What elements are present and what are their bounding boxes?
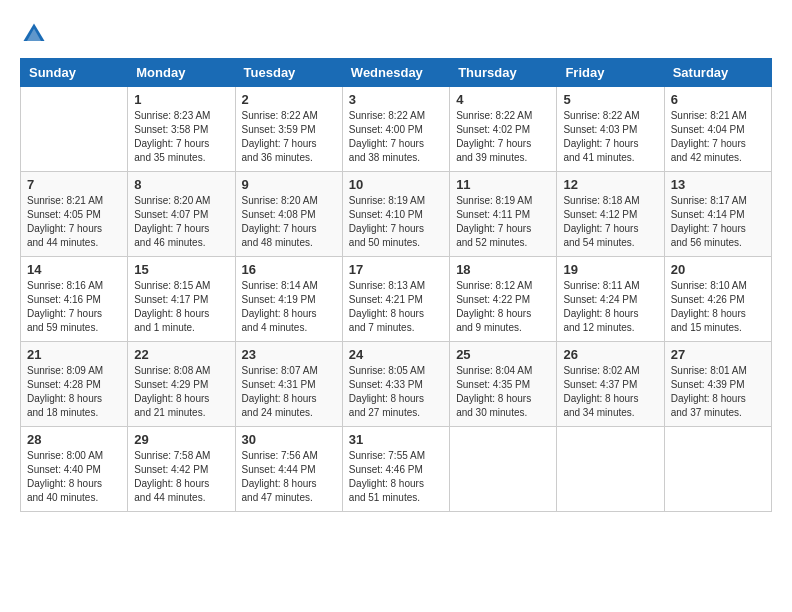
calendar-day-header: Thursday [450, 59, 557, 87]
calendar-cell: 30Sunrise: 7:56 AM Sunset: 4:44 PM Dayli… [235, 427, 342, 512]
calendar-cell: 20Sunrise: 8:10 AM Sunset: 4:26 PM Dayli… [664, 257, 771, 342]
day-number: 28 [27, 432, 121, 447]
calendar-cell [664, 427, 771, 512]
day-info: Sunrise: 8:20 AM Sunset: 4:07 PM Dayligh… [134, 194, 228, 250]
day-number: 29 [134, 432, 228, 447]
day-info: Sunrise: 8:07 AM Sunset: 4:31 PM Dayligh… [242, 364, 336, 420]
day-info: Sunrise: 8:22 AM Sunset: 3:59 PM Dayligh… [242, 109, 336, 165]
calendar-cell: 14Sunrise: 8:16 AM Sunset: 4:16 PM Dayli… [21, 257, 128, 342]
day-number: 18 [456, 262, 550, 277]
day-number: 25 [456, 347, 550, 362]
day-number: 17 [349, 262, 443, 277]
calendar-cell: 12Sunrise: 8:18 AM Sunset: 4:12 PM Dayli… [557, 172, 664, 257]
day-number: 1 [134, 92, 228, 107]
day-number: 21 [27, 347, 121, 362]
day-number: 26 [563, 347, 657, 362]
calendar-day-header: Sunday [21, 59, 128, 87]
calendar-cell: 16Sunrise: 8:14 AM Sunset: 4:19 PM Dayli… [235, 257, 342, 342]
calendar-week-row: 1Sunrise: 8:23 AM Sunset: 3:58 PM Daylig… [21, 87, 772, 172]
day-number: 4 [456, 92, 550, 107]
calendar-cell: 22Sunrise: 8:08 AM Sunset: 4:29 PM Dayli… [128, 342, 235, 427]
day-info: Sunrise: 8:18 AM Sunset: 4:12 PM Dayligh… [563, 194, 657, 250]
day-info: Sunrise: 8:01 AM Sunset: 4:39 PM Dayligh… [671, 364, 765, 420]
calendar-cell [21, 87, 128, 172]
day-number: 15 [134, 262, 228, 277]
day-info: Sunrise: 8:09 AM Sunset: 4:28 PM Dayligh… [27, 364, 121, 420]
page-header [20, 20, 772, 48]
day-number: 10 [349, 177, 443, 192]
day-number: 7 [27, 177, 121, 192]
day-info: Sunrise: 8:15 AM Sunset: 4:17 PM Dayligh… [134, 279, 228, 335]
calendar-cell: 26Sunrise: 8:02 AM Sunset: 4:37 PM Dayli… [557, 342, 664, 427]
calendar-cell: 2Sunrise: 8:22 AM Sunset: 3:59 PM Daylig… [235, 87, 342, 172]
day-info: Sunrise: 8:21 AM Sunset: 4:04 PM Dayligh… [671, 109, 765, 165]
logo [20, 20, 52, 48]
day-number: 3 [349, 92, 443, 107]
calendar-day-header: Tuesday [235, 59, 342, 87]
day-info: Sunrise: 8:05 AM Sunset: 4:33 PM Dayligh… [349, 364, 443, 420]
day-info: Sunrise: 8:02 AM Sunset: 4:37 PM Dayligh… [563, 364, 657, 420]
day-number: 12 [563, 177, 657, 192]
calendar-cell: 5Sunrise: 8:22 AM Sunset: 4:03 PM Daylig… [557, 87, 664, 172]
calendar-cell: 17Sunrise: 8:13 AM Sunset: 4:21 PM Dayli… [342, 257, 449, 342]
calendar-cell: 25Sunrise: 8:04 AM Sunset: 4:35 PM Dayli… [450, 342, 557, 427]
calendar-cell: 9Sunrise: 8:20 AM Sunset: 4:08 PM Daylig… [235, 172, 342, 257]
day-info: Sunrise: 8:19 AM Sunset: 4:10 PM Dayligh… [349, 194, 443, 250]
day-info: Sunrise: 8:11 AM Sunset: 4:24 PM Dayligh… [563, 279, 657, 335]
calendar-cell: 8Sunrise: 8:20 AM Sunset: 4:07 PM Daylig… [128, 172, 235, 257]
calendar-day-header: Friday [557, 59, 664, 87]
calendar-day-header: Monday [128, 59, 235, 87]
calendar-cell: 29Sunrise: 7:58 AM Sunset: 4:42 PM Dayli… [128, 427, 235, 512]
calendar-cell: 1Sunrise: 8:23 AM Sunset: 3:58 PM Daylig… [128, 87, 235, 172]
day-number: 20 [671, 262, 765, 277]
day-number: 23 [242, 347, 336, 362]
calendar-cell: 21Sunrise: 8:09 AM Sunset: 4:28 PM Dayli… [21, 342, 128, 427]
calendar-cell: 11Sunrise: 8:19 AM Sunset: 4:11 PM Dayli… [450, 172, 557, 257]
calendar-cell: 31Sunrise: 7:55 AM Sunset: 4:46 PM Dayli… [342, 427, 449, 512]
day-number: 11 [456, 177, 550, 192]
calendar-cell: 23Sunrise: 8:07 AM Sunset: 4:31 PM Dayli… [235, 342, 342, 427]
calendar-cell: 4Sunrise: 8:22 AM Sunset: 4:02 PM Daylig… [450, 87, 557, 172]
day-number: 22 [134, 347, 228, 362]
day-info: Sunrise: 8:22 AM Sunset: 4:02 PM Dayligh… [456, 109, 550, 165]
logo-icon [20, 20, 48, 48]
calendar-cell [557, 427, 664, 512]
calendar-cell: 28Sunrise: 8:00 AM Sunset: 4:40 PM Dayli… [21, 427, 128, 512]
day-number: 24 [349, 347, 443, 362]
day-info: Sunrise: 8:00 AM Sunset: 4:40 PM Dayligh… [27, 449, 121, 505]
day-number: 30 [242, 432, 336, 447]
calendar-week-row: 14Sunrise: 8:16 AM Sunset: 4:16 PM Dayli… [21, 257, 772, 342]
calendar-day-header: Wednesday [342, 59, 449, 87]
calendar-table: SundayMondayTuesdayWednesdayThursdayFrid… [20, 58, 772, 512]
day-number: 6 [671, 92, 765, 107]
day-number: 8 [134, 177, 228, 192]
day-info: Sunrise: 8:14 AM Sunset: 4:19 PM Dayligh… [242, 279, 336, 335]
calendar-cell: 3Sunrise: 8:22 AM Sunset: 4:00 PM Daylig… [342, 87, 449, 172]
calendar-cell: 27Sunrise: 8:01 AM Sunset: 4:39 PM Dayli… [664, 342, 771, 427]
calendar-cell [450, 427, 557, 512]
day-number: 27 [671, 347, 765, 362]
calendar-cell: 18Sunrise: 8:12 AM Sunset: 4:22 PM Dayli… [450, 257, 557, 342]
calendar-cell: 19Sunrise: 8:11 AM Sunset: 4:24 PM Dayli… [557, 257, 664, 342]
day-info: Sunrise: 8:08 AM Sunset: 4:29 PM Dayligh… [134, 364, 228, 420]
day-info: Sunrise: 7:55 AM Sunset: 4:46 PM Dayligh… [349, 449, 443, 505]
calendar-week-row: 7Sunrise: 8:21 AM Sunset: 4:05 PM Daylig… [21, 172, 772, 257]
day-info: Sunrise: 8:20 AM Sunset: 4:08 PM Dayligh… [242, 194, 336, 250]
day-number: 5 [563, 92, 657, 107]
day-number: 9 [242, 177, 336, 192]
day-info: Sunrise: 8:10 AM Sunset: 4:26 PM Dayligh… [671, 279, 765, 335]
day-info: Sunrise: 7:56 AM Sunset: 4:44 PM Dayligh… [242, 449, 336, 505]
calendar-cell: 7Sunrise: 8:21 AM Sunset: 4:05 PM Daylig… [21, 172, 128, 257]
calendar-week-row: 21Sunrise: 8:09 AM Sunset: 4:28 PM Dayli… [21, 342, 772, 427]
day-info: Sunrise: 8:17 AM Sunset: 4:14 PM Dayligh… [671, 194, 765, 250]
day-info: Sunrise: 8:04 AM Sunset: 4:35 PM Dayligh… [456, 364, 550, 420]
calendar-week-row: 28Sunrise: 8:00 AM Sunset: 4:40 PM Dayli… [21, 427, 772, 512]
day-number: 14 [27, 262, 121, 277]
calendar-cell: 6Sunrise: 8:21 AM Sunset: 4:04 PM Daylig… [664, 87, 771, 172]
day-info: Sunrise: 8:23 AM Sunset: 3:58 PM Dayligh… [134, 109, 228, 165]
day-number: 13 [671, 177, 765, 192]
calendar-header-row: SundayMondayTuesdayWednesdayThursdayFrid… [21, 59, 772, 87]
day-info: Sunrise: 7:58 AM Sunset: 4:42 PM Dayligh… [134, 449, 228, 505]
calendar-cell: 13Sunrise: 8:17 AM Sunset: 4:14 PM Dayli… [664, 172, 771, 257]
day-number: 16 [242, 262, 336, 277]
